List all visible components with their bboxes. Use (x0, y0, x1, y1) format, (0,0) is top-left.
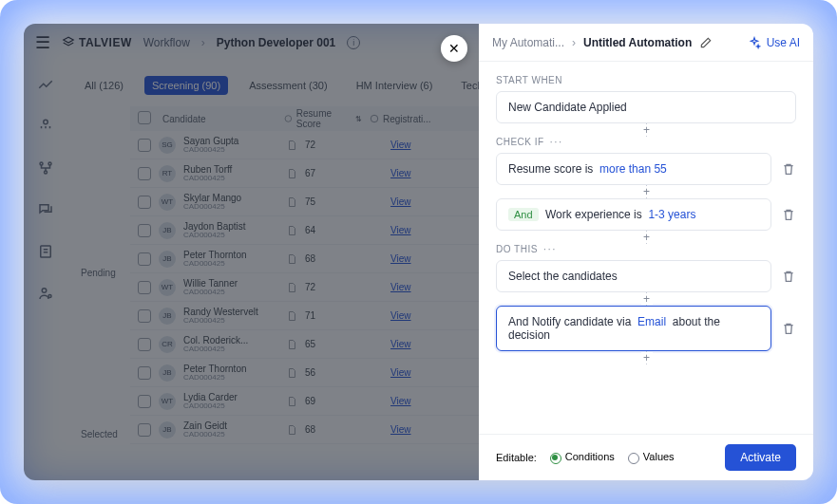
condition-card-1[interactable]: Resume score is more than 55 (496, 153, 771, 185)
delete-icon[interactable] (781, 161, 796, 177)
operator-chip: And (508, 208, 539, 221)
condition-value-2[interactable]: 1-3 years (648, 208, 695, 221)
add-step-icon[interactable]: + (641, 232, 653, 243)
use-ai-button[interactable]: Use AI (748, 36, 800, 49)
close-button[interactable]: ✕ (441, 35, 467, 62)
action-card-2[interactable]: And Notify candidate via Email about the… (496, 306, 771, 351)
radio-conditions[interactable]: Conditions (550, 451, 615, 463)
delete-icon[interactable] (781, 207, 796, 222)
do-this-label: DO THIS ··· (496, 244, 796, 254)
check-if-label: CHECK IF ··· (496, 137, 796, 147)
condition-value-1[interactable]: more than 55 (599, 162, 667, 176)
add-step-icon[interactable]: + (641, 293, 653, 305)
more-icon[interactable]: ··· (543, 244, 557, 254)
activate-button[interactable]: Activate (725, 444, 796, 471)
add-step-icon[interactable]: + (641, 352, 653, 364)
delete-icon[interactable] (781, 321, 796, 336)
trigger-card[interactable]: New Candidate Applied (496, 91, 796, 123)
action-card-1[interactable]: Select the candidates (496, 260, 771, 292)
start-when-label: START WHEN (496, 75, 796, 85)
delete-icon[interactable] (781, 269, 796, 284)
more-icon[interactable]: ··· (550, 137, 563, 147)
editable-label: Editable: (496, 452, 537, 463)
add-step-icon[interactable]: + (641, 124, 653, 136)
action-value-2[interactable]: Email (637, 315, 666, 328)
add-step-icon[interactable]: + (641, 186, 653, 197)
edit-icon[interactable] (699, 36, 713, 49)
condition-card-2[interactable]: And Work experience is 1-3 years (496, 198, 771, 231)
chevron-right-icon: › (572, 36, 576, 49)
automation-title[interactable]: Untitled Automation (583, 36, 692, 49)
radio-values[interactable]: Values (628, 451, 675, 463)
panel-breadcrumb[interactable]: My Automati... (492, 36, 564, 49)
automation-panel: My Automati... › Untitled Automation Use… (479, 24, 813, 480)
modal-overlay[interactable] (24, 24, 479, 480)
